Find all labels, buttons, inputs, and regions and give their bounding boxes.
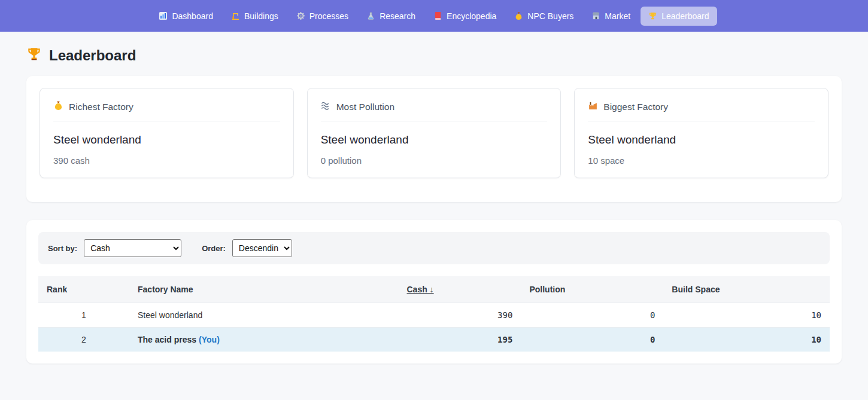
stat-card-biggest-factory: Biggest Factory Steel wonderland 10 spac… [574,88,828,178]
stat-factory-name: Steel wonderland [321,133,548,146]
nav-item-label: Market [605,11,630,21]
table-row-you: 2 The acid press(You) 195 0 10 [38,328,830,352]
main-content: Leaderboard Richest Factory Steel wonder… [26,46,842,364]
pollution-cell: 0 [521,303,663,328]
nav-item-encyclopedia[interactable]: Encyclopedia [426,7,504,26]
nav-item-label: Processes [309,11,348,21]
header-cash: Cash ↓ [399,276,521,303]
stat-card-title: Biggest Factory [603,102,668,112]
order-label: Order: [202,244,226,253]
gear-icon [296,11,305,20]
nav-item-dashboard[interactable]: Dashboard [151,7,221,26]
nav-item-label: Leaderboard [661,11,709,21]
stat-card-header: Biggest Factory [588,100,815,121]
factory-name-text: The acid press [138,335,196,344]
stat-card-header: Most Pollution [321,100,548,121]
nav-item-buildings[interactable]: Buildings [223,7,286,26]
sort-by-label: Sort by: [48,244,77,253]
nav-item-npc-buyers[interactable]: NPC Buyers [506,7,581,26]
order-select[interactable]: Descending [232,239,292,257]
factory-icon [588,100,598,113]
nav-item-processes[interactable]: Processes [289,7,356,26]
cash-sort-link[interactable]: Cash ↓ [407,285,434,294]
stat-card-header: Richest Factory [53,100,280,121]
build-space-cell: 10 [663,328,830,352]
nav-item-label: Dashboard [172,11,213,21]
rank-cell: 1 [38,303,129,328]
crane-icon [231,11,240,20]
stat-card-title: Most Pollution [336,102,394,112]
book-icon [433,11,442,20]
factory-name-cell: The acid press(You) [129,328,398,352]
stats-panel: Richest Factory Steel wonderland 390 cas… [26,76,842,202]
pollution-waves-icon [321,100,331,113]
leaderboard-panel: Sort by: Cash Order: Descending Rank Fac… [26,220,842,364]
nav-item-label: NPC Buyers [527,11,573,21]
stat-card-richest-factory: Richest Factory Steel wonderland 390 cas… [40,88,294,178]
dashboard-icon [159,11,168,20]
factory-name-text: Steel wonderland [138,310,202,320]
top-nav: Dashboard Buildings Processes Research E… [0,0,868,32]
pollution-cell: 0 [521,328,663,352]
money-bag-icon [514,11,523,20]
flask-icon [366,11,375,20]
rank-cell: 2 [38,328,129,352]
nav-item-research[interactable]: Research [359,7,423,26]
trophy-icon [648,11,657,20]
page-title-text: Leaderboard [49,47,136,64]
stat-card-title: Richest Factory [69,102,133,112]
cash-cell: 390 [399,303,521,328]
you-tag: (You) [199,335,220,344]
page-title: Leaderboard [26,46,842,65]
filter-bar: Sort by: Cash Order: Descending [38,232,830,264]
sort-by-select[interactable]: Cash [84,239,181,257]
trophy-icon [26,46,42,65]
stat-factory-name: Steel wonderland [588,133,815,146]
nav-item-label: Research [380,11,415,21]
nav-item-label: Buildings [244,11,278,21]
table-row: 1 Steel wonderland 390 0 10 [38,303,830,328]
store-icon [591,11,600,20]
cash-cell: 195 [399,328,521,352]
stat-factory-name: Steel wonderland [53,133,280,146]
nav-item-label: Encyclopedia [447,11,496,21]
table-header-row: Rank Factory Name Cash ↓ Pollution Build… [38,276,830,303]
stat-value: 0 pollution [321,155,548,166]
header-factory-name: Factory Name [129,276,398,303]
leaderboard-table: Rank Factory Name Cash ↓ Pollution Build… [38,276,830,352]
build-space-cell: 10 [663,303,830,328]
header-rank: Rank [38,276,129,303]
money-bag-icon [53,100,63,113]
nav-item-market[interactable]: Market [584,7,638,26]
header-pollution: Pollution [521,276,663,303]
stat-value: 390 cash [53,155,280,166]
factory-name-cell: Steel wonderland [129,303,398,328]
header-build-space: Build Space [663,276,830,303]
nav-item-leaderboard[interactable]: Leaderboard [641,7,717,26]
stat-card-most-pollution: Most Pollution Steel wonderland 0 pollut… [307,88,562,178]
stat-value: 10 space [588,155,815,166]
